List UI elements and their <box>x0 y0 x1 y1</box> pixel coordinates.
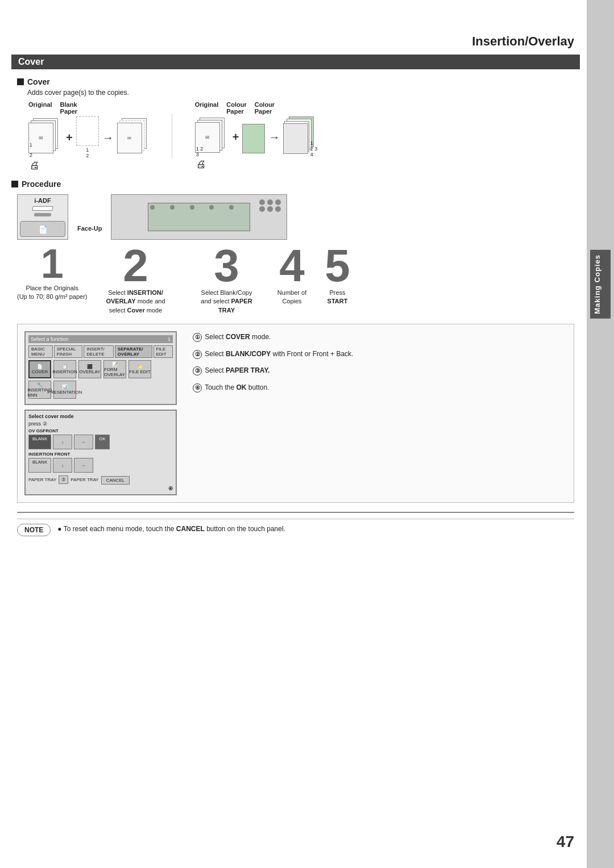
printer-icon-1: 🖨 <box>28 160 149 172</box>
overlay-icon-symbol: ⬛ <box>87 364 93 369</box>
blank-paper: 12 <box>76 116 99 158</box>
result-1: ✉ <box>117 118 149 157</box>
adf-icon: 📄 <box>20 222 65 237</box>
instruction-4: ④ Touch the OK button. <box>193 382 567 394</box>
arrow-1: → <box>102 131 114 144</box>
numbers-row: 1 Place the Originals(Up to 70; 80 g/m² … <box>11 243 580 315</box>
blank-page <box>76 116 99 146</box>
cover-subsection-title: Cover <box>17 77 580 86</box>
step-desc-5: PressSTART <box>327 289 348 306</box>
section-header: Cover <box>11 55 580 69</box>
presentation-icon-symbol: 📊 <box>62 385 68 390</box>
main-content: Insertion/Overlay Cover Cover Adds cover… <box>11 34 580 546</box>
page-num-1: 12 <box>76 147 99 158</box>
instr4-text: Touch the OK button. <box>205 383 269 391</box>
screen1-num: 1 <box>168 336 171 342</box>
screen1: Select a function 1 BASIC MENU SPECIAL F… <box>24 331 177 405</box>
screen2-num-label: ④ <box>28 486 173 491</box>
icon-form-overlay-label: FORM OVERLAY <box>104 367 126 377</box>
step-num-4: 4 <box>269 243 315 289</box>
circle-2: ② <box>193 350 202 359</box>
tab-file-edit[interactable]: FILE EDIT <box>154 345 173 358</box>
file-edit-icon-symbol: 📁 <box>137 364 143 369</box>
cover-diagrams: Original BlankPaper ✉ 12 <box>17 101 580 172</box>
tab-special-finish[interactable]: SPECIAL FINISH <box>54 345 83 358</box>
step-num-5: 5 <box>315 243 360 289</box>
diagram2-inner: ✉ 1 23 + → 12 34 <box>195 116 318 157</box>
vertical-divider <box>172 114 172 159</box>
instruction-2: ② Select BLANK/COPY with Front or Front … <box>193 348 567 361</box>
diagram-group-1: Original BlankPaper ✉ 12 <box>28 101 149 172</box>
adf-illustration: i-ADF 📄 <box>17 194 68 240</box>
icon-form-overlay[interactable]: 📝 FORM OVERLAY <box>103 360 126 378</box>
original-stack-1: ✉ 12 <box>28 118 63 157</box>
step-3: 3 Select Blank/Copyand select PAPERTRAY <box>184 243 269 315</box>
copier-keypad <box>148 203 250 231</box>
row1-btns: BLANK ↕ ↔ OK <box>28 435 110 449</box>
cover-description: Adds cover page(s) to the copies. <box>27 89 580 97</box>
adf-pages <box>32 206 53 212</box>
blank-btn-2[interactable]: BLANK <box>28 458 51 473</box>
icon-insertion[interactable]: 📋 INSERTION <box>53 360 76 378</box>
plus-icon-2: + <box>233 131 239 144</box>
orig-label-1: Original <box>28 101 52 115</box>
step-desc-4: Number ofCopies <box>277 289 306 306</box>
tab-separate-overlay[interactable]: SEPARATE/ OVERLAY <box>115 345 152 358</box>
arrow-2: → <box>268 131 280 144</box>
detail-right: ① Select COVER mode. ② Select BLANK/COPY… <box>193 331 567 495</box>
instruction-3: ③ Select PAPER TRAY. <box>193 365 567 377</box>
result-2: 12 34 <box>283 116 317 157</box>
cover-icon-symbol: 📄 <box>37 364 43 369</box>
row2-btns: BLANK ↕ ↔ <box>28 458 93 473</box>
note-label: NOTE <box>17 524 51 536</box>
row1-option-label: OV GSFRONT <box>28 428 110 433</box>
cancel-button[interactable]: CANCEL <box>101 476 130 485</box>
row1-options: OV GSFRONT BLANK ↕ ↔ OK <box>28 428 110 449</box>
result2-nums: 12 34 <box>310 140 318 157</box>
step3-detail-box: Select a function 1 BASIC MENU SPECIAL F… <box>17 324 574 503</box>
icon-file-edit[interactable]: 📁 FILE EDIT <box>128 360 151 378</box>
num-label-1: 12 <box>30 142 32 158</box>
icon-presentation[interactable]: 📊 PRESENTATION <box>53 381 76 399</box>
blank-paper-label: BlankPaper <box>60 101 78 115</box>
detail-left: Select a function 1 BASIC MENU SPECIAL F… <box>24 331 184 495</box>
insertion-icon-symbol: 📋 <box>62 364 68 369</box>
procedure-section: Procedure i-ADF 📄 Face-Up <box>11 180 580 315</box>
icon-insertion-label: INSERTION <box>52 369 77 374</box>
colour-paper-label2: ColourPaper <box>255 101 275 115</box>
row1-icon2[interactable]: ↔ <box>74 435 93 449</box>
icon-overlay[interactable]: ⬛ OVERLAY <box>78 360 101 378</box>
instr2-text: Select BLANK/COPY with Front or Front + … <box>205 350 353 358</box>
step-4: 4 Number ofCopies <box>269 243 315 306</box>
cover-subsection: Cover Adds cover page(s) to the copies. … <box>11 77 580 172</box>
printer-icon-2: 🖨 <box>195 158 318 170</box>
copy-btn-1[interactable]: OK <box>95 435 110 449</box>
row1-icon1[interactable]: ↕ <box>53 435 72 449</box>
separator-line <box>17 512 574 513</box>
tray-circle[interactable]: ③ <box>59 475 68 484</box>
step-num-3: 3 <box>184 243 269 289</box>
machine-row: i-ADF 📄 Face-Up <box>11 194 580 240</box>
screen1-header: Select a function 1 <box>28 335 173 343</box>
row2-icon2[interactable]: ↔ <box>74 458 93 473</box>
step-num-2: 2 <box>88 243 184 289</box>
step-2: 2 Select INSERTION/OVERLAY mode andselec… <box>88 243 184 315</box>
screen2: Select cover mode press ② OV GSFRONT BLA… <box>24 410 177 495</box>
tab-basic-menu[interactable]: BASIC MENU <box>28 345 53 358</box>
diagram-group-2: Original ColourPaper ColourPaper ✉ 1 23 … <box>195 101 318 170</box>
diagram1-inner: ✉ 12 + 12 → <box>28 116 149 158</box>
tab-insert-delete[interactable]: INSERT/ DELETE <box>84 345 114 358</box>
instruction-1: ① Select COVER mode. <box>193 331 567 344</box>
screen2-row1: OV GSFRONT BLANK ↕ ↔ OK <box>28 428 173 449</box>
procedure-title: Procedure <box>11 180 580 189</box>
screen1-tabs: BASIC MENU SPECIAL FINISH INSERT/ DELETE… <box>28 345 173 358</box>
blank-btn-1[interactable]: BLANK <box>28 435 51 449</box>
row2-option-label: INSERTION FRONT <box>28 452 93 457</box>
screen2-num: ④ <box>168 486 173 491</box>
step-desc-1: Place the Originals(Up to 70; 80 g/m² pa… <box>17 284 88 302</box>
icon-cover[interactable]: 📄 COVER <box>28 360 51 378</box>
adf-slot <box>34 213 52 216</box>
row2-icon1[interactable]: ↕ <box>53 458 72 473</box>
page-number: 47 <box>557 833 574 851</box>
page-title: Insertion/Overlay <box>11 34 580 49</box>
